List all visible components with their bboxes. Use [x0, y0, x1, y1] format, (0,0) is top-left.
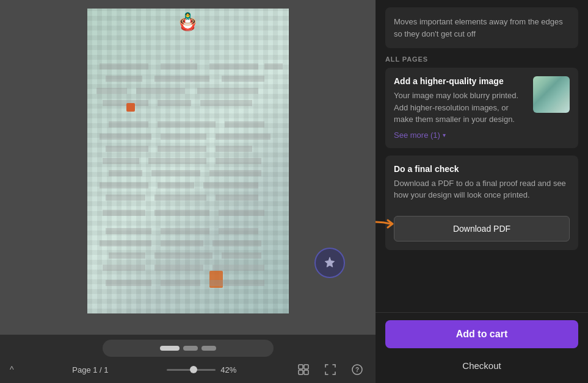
- checkout-button[interactable]: Checkout: [385, 353, 578, 378]
- hq-card-title: Add a higher-quality image: [394, 76, 526, 86]
- add-to-cart-button[interactable]: Add to cart: [385, 320, 578, 348]
- page-dot-2: [183, 346, 198, 351]
- svg-rect-1: [304, 365, 308, 369]
- svg-rect-3: [304, 370, 308, 374]
- final-check-card: Do a final check Download a PDF to do a …: [385, 156, 578, 250]
- zoom-slider[interactable]: [167, 369, 216, 371]
- design-preview: 🪆: [87, 9, 289, 313]
- help-button[interactable]: ?: [349, 361, 366, 378]
- final-check-description: Download a PDF to do a final proof read …: [394, 177, 570, 201]
- bottom-icons: ?: [295, 361, 366, 378]
- svg-text:?: ?: [355, 367, 359, 373]
- canvas-area: 🪆: [0, 0, 376, 383]
- zoom-slider-thumb: [190, 366, 197, 373]
- download-pdf-button[interactable]: Download PDF: [394, 216, 570, 242]
- page-label-text: Page 1 / 1: [72, 365, 108, 374]
- safe-zone-description: Moves important elements away from the e…: [394, 16, 570, 40]
- page-indicator-bar: [103, 340, 274, 357]
- svg-rect-2: [299, 370, 303, 374]
- nutcracker-figure: 🪆: [177, 13, 198, 30]
- chevron-down-icon: [443, 132, 446, 138]
- page-dot-1: [160, 346, 180, 351]
- page-dot-3: [201, 346, 216, 351]
- checkout-label: Checkout: [462, 360, 501, 371]
- hq-card-description: Your image may look blurry printed. Add …: [394, 90, 526, 126]
- download-pdf-label: Download PDF: [453, 224, 510, 234]
- fullscreen-button[interactable]: [322, 361, 339, 378]
- download-row: Download PDF: [394, 209, 570, 242]
- hq-card-content: Add a higher-quality image Your image ma…: [394, 76, 526, 140]
- panel-bottom-actions: Add to cart Checkout: [376, 312, 588, 383]
- canvas-controls: ^ Page 1 / 1 42%: [10, 361, 366, 378]
- svg-rect-0: [299, 365, 303, 369]
- hq-image-card: Add a higher-quality image Your image ma…: [385, 68, 578, 148]
- safe-zone-card: Moves important elements away from the e…: [385, 7, 578, 48]
- panel-scroll[interactable]: Moves important elements away from the e…: [376, 0, 588, 312]
- zoom-percent: 42%: [220, 365, 236, 374]
- page-info: Page 1 / 1: [72, 365, 108, 374]
- final-check-title: Do a final check: [394, 164, 570, 174]
- see-more-label: See more (1): [394, 131, 440, 140]
- canvas-viewport: 🪆: [0, 0, 376, 334]
- magic-ai-button[interactable]: [314, 248, 345, 278]
- expand-chevron[interactable]: ^: [10, 365, 14, 374]
- see-more-button[interactable]: See more (1): [394, 131, 446, 140]
- all-pages-section-label: ALL PAGES: [385, 55, 578, 63]
- right-panel: Moves important elements away from the e…: [376, 0, 588, 383]
- canvas-bottom-bar: ^ Page 1 / 1 42%: [0, 334, 376, 383]
- zoom-control: 42%: [167, 365, 236, 374]
- hq-image-thumbnail: [533, 76, 570, 113]
- grid-view-button[interactable]: [295, 361, 312, 378]
- add-to-cart-label: Add to cart: [456, 329, 507, 339]
